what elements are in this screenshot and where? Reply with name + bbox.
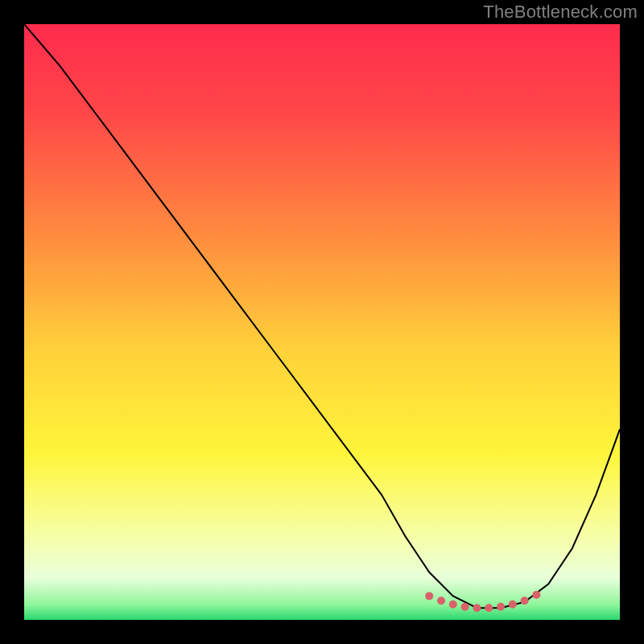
optimal-marker-dot (461, 603, 469, 611)
optimal-marker-dot (521, 597, 529, 605)
optimal-marker-dot (473, 604, 481, 612)
optimal-marker-dot (532, 591, 540, 599)
watermark-text: TheBottleneck.com (483, 2, 638, 23)
optimal-marker-dot (509, 601, 517, 609)
gradient-background (24, 24, 620, 620)
optimal-marker-dot (449, 601, 457, 609)
bottleneck-chart-svg (24, 24, 620, 620)
optimal-marker-dot (497, 603, 505, 611)
chart-area (24, 24, 620, 620)
optimal-marker-dot (425, 592, 433, 600)
optimal-marker-dot (485, 604, 493, 612)
optimal-marker-dot (437, 597, 445, 605)
